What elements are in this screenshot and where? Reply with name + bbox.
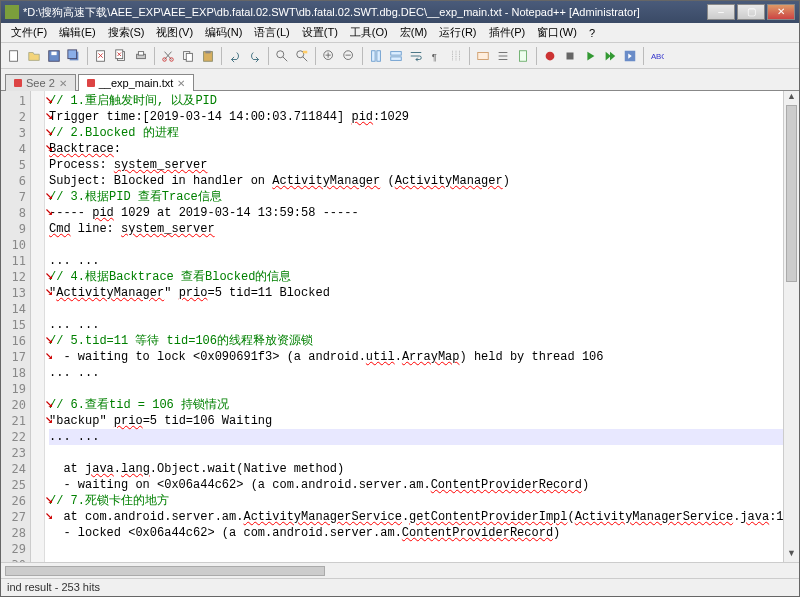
code-line[interactable]: // 3.根据PID 查看Trace信息 [49,189,783,205]
tab-label: See 2 [26,77,55,89]
print-icon[interactable] [132,47,150,65]
code-line[interactable]: at java.lang.Object.wait(Native method) [49,461,783,477]
line-number: 21 [1,413,26,429]
menu-run[interactable]: 运行(R) [433,23,482,42]
scroll-thumb[interactable] [786,105,797,282]
scroll-thumb-h[interactable] [5,566,325,576]
menu-view[interactable]: 视图(V) [150,23,199,42]
close-tab-icon[interactable]: ✕ [177,78,185,89]
code-line[interactable] [49,445,783,461]
menu-settings[interactable]: 设置(T) [296,23,344,42]
line-number: 19 [1,381,26,397]
code-line[interactable]: ... ... [49,429,783,445]
code-line[interactable]: // 5.tid=11 等待 tid=106的线程释放资源锁 [49,333,783,349]
code-line[interactable]: // 1.重启触发时间, 以及PID [49,93,783,109]
maximize-button[interactable]: ▢ [737,4,765,20]
code-line[interactable]: Trigger time:[2019-03-14 14:00:03.711844… [49,109,783,125]
replace-icon[interactable] [293,47,311,65]
line-number: 5 [1,157,26,173]
paste-icon[interactable] [199,47,217,65]
zoom-out-icon[interactable] [340,47,358,65]
code-line[interactable] [49,237,783,253]
func-list-icon[interactable] [494,47,512,65]
code-line[interactable]: Backtrace: [49,141,783,157]
svg-rect-23 [391,51,402,55]
code-line[interactable]: ... ... [49,253,783,269]
tab-bar: See 2 ✕ __exp_main.txt ✕ [1,69,799,91]
menu-encoding[interactable]: 编码(N) [199,23,248,42]
code-line[interactable] [49,301,783,317]
code-line[interactable]: "ActivityManager" prio=5 tid=11 Blocked [49,285,783,301]
show-all-chars-icon[interactable]: ¶ [427,47,445,65]
tab-inactive[interactable]: See 2 ✕ [5,74,76,91]
modified-indicator-icon [14,79,22,87]
code-line[interactable]: "backup" prio=5 tid=106 Waiting [49,413,783,429]
vertical-scrollbar[interactable]: ▲ ▼ [783,91,799,562]
redo-icon[interactable] [246,47,264,65]
open-file-icon[interactable] [25,47,43,65]
close-file-icon[interactable] [92,47,110,65]
save-icon[interactable] [45,47,63,65]
code-line[interactable]: // 7.死锁卡住的地方 [49,493,783,509]
code-line[interactable]: // 4.根据Backtrace 查看Blocked的信息 [49,269,783,285]
cut-icon[interactable] [159,47,177,65]
code-line[interactable]: ... ... [49,317,783,333]
save-all-icon[interactable] [65,47,83,65]
horizontal-scrollbar[interactable] [1,562,799,578]
scroll-down-icon[interactable]: ▼ [784,548,799,562]
code-line[interactable]: - waiting to lock <0x090691f3> (a androi… [49,349,783,365]
undo-icon[interactable] [226,47,244,65]
new-file-icon[interactable] [5,47,23,65]
svg-rect-15 [205,50,210,53]
code-line[interactable]: // 2.Blocked 的进程 [49,125,783,141]
wrap-icon[interactable] [407,47,425,65]
code-line[interactable]: ... ... [49,557,783,562]
play-macro-icon[interactable] [581,47,599,65]
code-line[interactable] [49,541,783,557]
svg-point-28 [546,51,555,60]
minimize-button[interactable]: – [707,4,735,20]
code-line[interactable]: Subject: Blocked in handler on ActivityM… [49,173,783,189]
code-line[interactable] [49,381,783,397]
code-line[interactable]: - waiting on <0x06a44c62> (a com.android… [49,477,783,493]
line-number: 9 [1,221,26,237]
code-line[interactable]: ... ... [49,365,783,381]
sync-v-icon[interactable] [367,47,385,65]
code-line[interactable]: - locked <0x06a44c62> (a com.android.ser… [49,525,783,541]
doc-map-icon[interactable] [514,47,532,65]
menu-search[interactable]: 搜索(S) [102,23,151,42]
close-all-icon[interactable] [112,47,130,65]
sync-h-icon[interactable] [387,47,405,65]
menu-window[interactable]: 窗口(W) [531,23,583,42]
find-icon[interactable] [273,47,291,65]
record-macro-icon[interactable] [541,47,559,65]
menu-plugins[interactable]: 插件(P) [483,23,532,42]
play-multi-icon[interactable] [601,47,619,65]
save-macro-icon[interactable] [621,47,639,65]
menu-macro[interactable]: 宏(M) [394,23,434,42]
code-line[interactable]: at com.android.server.am.ActivityManager… [49,509,783,525]
code-line[interactable]: Cmd line: system_server [49,221,783,237]
modified-indicator-icon [87,79,95,87]
code-line[interactable]: ----- pid 1029 at 2019-03-14 13:59:58 --… [49,205,783,221]
code-line[interactable]: Process: system_server [49,157,783,173]
indent-guide-icon[interactable] [447,47,465,65]
menu-language[interactable]: 语言(L) [248,23,295,42]
scroll-up-icon[interactable]: ▲ [784,91,799,105]
menu-help[interactable]: ? [583,25,601,41]
menu-file[interactable]: 文件(F) [5,23,53,42]
zoom-in-icon[interactable] [320,47,338,65]
code-line[interactable]: // 6.查看tid = 106 持锁情况 [49,397,783,413]
tab-active[interactable]: __exp_main.txt ✕ [78,74,195,91]
menu-tools[interactable]: 工具(O) [344,23,394,42]
menu-edit[interactable]: 编辑(E) [53,23,102,42]
lang-icon[interactable] [474,47,492,65]
line-number: 13 [1,285,26,301]
close-button[interactable]: ✕ [767,4,795,20]
close-tab-icon[interactable]: ✕ [59,78,67,89]
spellcheck-icon[interactable]: ABC [648,47,666,65]
copy-icon[interactable] [179,47,197,65]
code-area[interactable]: // 1.重启触发时间, 以及PID↘Trigger time:[2019-03… [45,91,783,562]
stop-macro-icon[interactable] [561,47,579,65]
titlebar: *D:\搜狗高速下载\AEE_EXP\AEE_EXP\db.fatal.02.S… [1,1,799,23]
